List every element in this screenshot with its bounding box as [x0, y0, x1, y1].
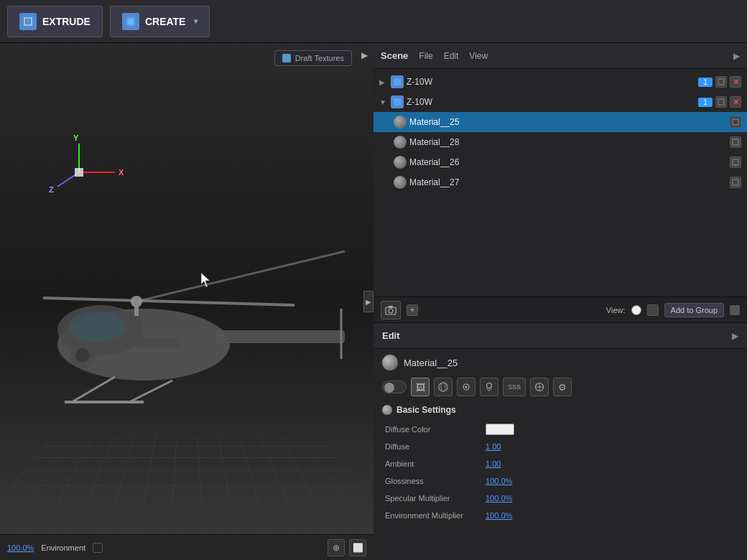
tree-icon-mat26: [394, 156, 407, 169]
tree-item-mat25[interactable]: Material__25: [374, 112, 747, 132]
tree-delete-btn-z10w-1[interactable]: ✕: [730, 76, 741, 88]
svg-text:X: X: [119, 168, 124, 177]
add-to-group-button[interactable]: Add to Group: [664, 303, 724, 317]
frame-icon-btn[interactable]: ⬜: [349, 539, 366, 556]
svg-rect-29: [718, 79, 724, 85]
svg-point-6: [68, 311, 126, 342]
tree-controls-mat27: [730, 177, 741, 188]
tree-icon-mat25: [394, 116, 407, 129]
edit-panel-collapse[interactable]: ▶: [732, 331, 738, 341]
svg-point-39: [439, 383, 447, 391]
zoom-level[interactable]: 100.0%: [7, 543, 34, 552]
tree-label-z10w-2: Z-10W: [407, 97, 695, 107]
prop-value-glossiness[interactable]: 100.0%: [486, 477, 512, 485]
environment-icon[interactable]: [93, 543, 103, 553]
tree-icon-mat27: [394, 176, 407, 189]
tree-label-z10w-1: Z-10W: [407, 77, 695, 87]
diffuse-color-swatch[interactable]: [486, 424, 514, 435]
add-scene-button[interactable]: +: [407, 304, 418, 316]
tree-item-mat26[interactable]: Material__26: [374, 152, 747, 172]
tree-item-mat28[interactable]: Material__28: [374, 132, 747, 152]
prop-label-environment: Environment Multiplier: [385, 511, 486, 520]
prop-row-ambient: Ambient 1.00: [382, 455, 738, 472]
tree-vis-btn-mat27[interactable]: [730, 177, 741, 188]
tree-item-z10w-1[interactable]: ▶ Z-10W 1 ✕: [374, 72, 747, 92]
svg-text:Y: Y: [73, 134, 79, 142]
viewport-right-collapse[interactable]: ▶: [363, 291, 374, 312]
mat-tab-gear[interactable]: ⚙: [553, 378, 572, 396]
svg-line-46: [491, 388, 491, 390]
prop-row-diffuse-color: Diffuse Color: [382, 421, 738, 438]
scene-menu-file[interactable]: File: [419, 51, 432, 61]
tree-controls-mat28: [730, 136, 741, 148]
tree-icon-z10w-1: [391, 75, 404, 88]
svg-line-10: [43, 298, 294, 305]
mat-tab-sss[interactable]: SSS: [503, 378, 526, 396]
svg-rect-34: [733, 159, 738, 165]
tree-item-z10w-2[interactable]: ▼ Z-10W 1 ✕: [374, 92, 747, 112]
svg-rect-30: [394, 98, 401, 106]
viewport-bottom-bar: 100.0% Environment ⊕ ⬜: [0, 534, 374, 560]
tree-delete-btn-z10w-2[interactable]: ✕: [730, 96, 741, 108]
create-button[interactable]: CREATE ▾: [110, 6, 210, 37]
tree-label-mat27: Material__27: [409, 177, 727, 187]
svg-point-42: [465, 386, 468, 388]
svg-line-45: [487, 388, 488, 390]
tree-vis-btn-z10w-2[interactable]: [715, 96, 727, 108]
tree-label-mat26: Material__26: [409, 157, 727, 167]
tree-label-mat25: Material__25: [409, 117, 727, 127]
create-label: CREATE: [145, 16, 186, 27]
view-grid-btn[interactable]: [647, 304, 659, 316]
prop-value-environment[interactable]: 100.0%: [486, 511, 512, 520]
svg-rect-28: [394, 78, 401, 85]
tree-vis-btn-mat28[interactable]: [730, 136, 741, 148]
svg-rect-3: [128, 19, 134, 24]
viewport[interactable]: X Y Z Draft Textu: [0, 43, 374, 560]
prop-label-glossiness: Glossiness: [385, 477, 486, 485]
extrude-icon: [19, 13, 37, 30]
prop-value-ambient[interactable]: 1.00: [486, 459, 501, 468]
prop-value-diffuse[interactable]: 1.00: [486, 442, 501, 451]
view-circle-toggle[interactable]: [631, 305, 641, 315]
mat-tab-sphere2[interactable]: [530, 378, 549, 396]
viewport-collapse-arrow[interactable]: ▶: [361, 50, 368, 60]
tree-expand-z10w-1: ▶: [379, 78, 388, 86]
tree-vis-btn-mat25[interactable]: [730, 116, 741, 128]
scene-panel-title: Scene: [381, 50, 408, 61]
tree-vis-btn-mat26[interactable]: [730, 157, 741, 168]
scene-bottom-extra-icon[interactable]: [730, 305, 740, 315]
tree-num-z10w-1[interactable]: 1: [698, 78, 713, 87]
svg-point-18: [75, 348, 90, 363]
svg-point-40: [441, 383, 445, 391]
scene-menu-view[interactable]: View: [469, 51, 488, 61]
tree-num-z10w-2[interactable]: 1: [698, 98, 713, 107]
prop-label-specular: Specular Multiplier: [385, 494, 486, 503]
tree-controls-z10w-1: 1 ✕: [698, 76, 741, 88]
mat-tab-image[interactable]: 🖼: [411, 378, 430, 396]
edit-panel-header: Edit ▶: [374, 323, 747, 349]
prop-value-specular[interactable]: 100.0%: [486, 494, 512, 503]
svg-point-43: [487, 383, 492, 388]
mat-tab-sphere[interactable]: [434, 378, 453, 396]
extrude-button[interactable]: EXTRUDE: [7, 6, 103, 37]
extrude-label: EXTRUDE: [42, 16, 91, 27]
draft-textures-button[interactable]: Draft Textures: [274, 50, 352, 66]
scene-menu-edit[interactable]: Edit: [444, 51, 459, 61]
svg-point-37: [389, 309, 393, 313]
tree-expand-z10w-2: ▼: [379, 98, 388, 106]
camera-button[interactable]: [381, 301, 401, 319]
svg-rect-7: [215, 330, 345, 343]
view-label: View:: [606, 306, 626, 314]
tree-item-mat27[interactable]: Material__27: [374, 172, 747, 192]
target-icon-btn[interactable]: ⊕: [328, 539, 345, 556]
create-dropdown-arrow: ▾: [194, 17, 198, 25]
mat-tab-light[interactable]: [480, 378, 498, 396]
create-icon: [122, 13, 139, 30]
scene-panel-collapse[interactable]: ▶: [733, 51, 740, 61]
tree-vis-btn-z10w-1[interactable]: [715, 76, 727, 88]
svg-rect-31: [718, 99, 724, 105]
edit-panel: Edit ▶ Material__25 🖼: [374, 323, 747, 560]
edit-panel-title: Edit: [382, 330, 400, 341]
material-toggle[interactable]: [382, 381, 407, 393]
mat-tab-settings[interactable]: [457, 378, 475, 396]
